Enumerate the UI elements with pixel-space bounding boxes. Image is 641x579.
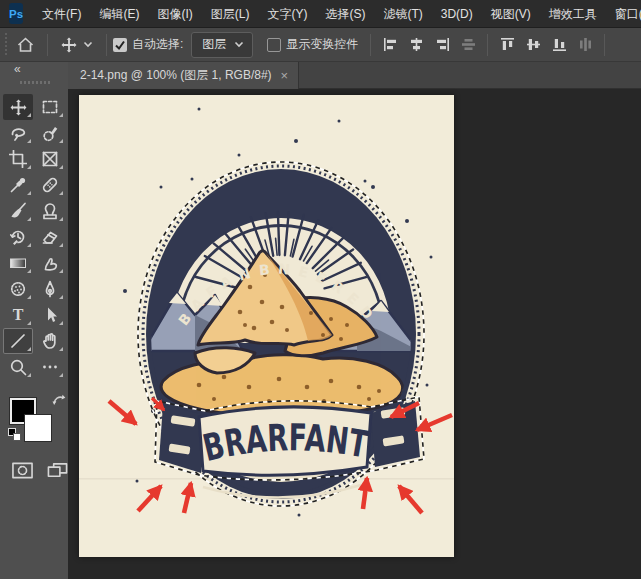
tool-eraser[interactable] [35, 224, 65, 250]
align-bottom-edges-button[interactable] [546, 33, 572, 57]
quick-mask-icon[interactable] [12, 462, 33, 479]
tool-eyedropper[interactable] [3, 172, 33, 198]
clone-stamp-icon [41, 202, 59, 220]
tool-preset-button[interactable] [54, 32, 100, 58]
show-transform-label: 显示变换控件 [286, 36, 358, 53]
show-transform-checkbox[interactable] [267, 38, 281, 52]
check-icon [113, 38, 127, 52]
menu-select[interactable]: 选择(S) [316, 0, 374, 28]
brush-icon [9, 202, 27, 220]
tool-rectangular-marquee[interactable] [35, 94, 65, 120]
menu-edit[interactable]: 编辑(E) [90, 0, 148, 28]
separator [370, 34, 371, 56]
move-icon [61, 37, 77, 53]
tool-gradient[interactable] [3, 250, 33, 276]
tool-frame[interactable] [35, 146, 65, 172]
auto-select-checkbox[interactable] [113, 38, 127, 52]
photoshop-window: Ps 文件(F) 编辑(E) 图像(I) 图层(L) 文字(Y) 选择(S) 滤… [0, 0, 641, 579]
menu-type[interactable]: 文字(Y) [258, 0, 316, 28]
default-colors-button[interactable] [8, 428, 21, 441]
tool-brush[interactable] [3, 198, 33, 224]
smudge-icon [41, 254, 59, 272]
tool-move[interactable] [3, 94, 33, 120]
tool-clone-stamp[interactable] [35, 198, 65, 224]
tool-sponge[interactable] [3, 276, 33, 302]
chevron-down-icon [234, 41, 244, 48]
background-color-swatch[interactable] [25, 415, 51, 441]
screen-mode-icon[interactable] [47, 462, 68, 479]
tool-crop[interactable] [3, 146, 33, 172]
align-bottom-icon [553, 38, 566, 51]
menu-window[interactable]: 窗口(W) [606, 0, 641, 28]
align-left-edges-button[interactable] [377, 33, 403, 57]
menu-layer[interactable]: 图层(L) [202, 0, 259, 28]
tool-path-selection[interactable] [35, 302, 65, 328]
ellipsis-icon [41, 358, 59, 376]
distribute-horizontally-button[interactable] [455, 33, 481, 57]
type-icon: T [13, 307, 24, 323]
crop-icon [9, 150, 27, 168]
menu-plugins[interactable]: 增效工具 [540, 0, 606, 28]
document-tab-label: 2-14.png @ 100% (图层 1, RGB/8#) [80, 67, 272, 84]
align-top-icon [501, 38, 514, 51]
distribute-vertically-button[interactable] [572, 33, 598, 57]
tool-history-brush[interactable] [3, 224, 33, 250]
home-button[interactable] [10, 32, 41, 58]
move-icon [10, 99, 27, 116]
align-top-edges-button[interactable] [494, 33, 520, 57]
close-tab-button[interactable]: × [281, 69, 289, 82]
tool-lasso[interactable] [3, 120, 33, 146]
menu-bar: Ps 文件(F) 编辑(E) 图像(I) 图层(L) 文字(Y) 选择(S) 滤… [0, 0, 641, 28]
lasso-icon [9, 124, 27, 142]
tool-quick-selection[interactable] [35, 120, 65, 146]
document-workspace: BAFANBNEERED [68, 89, 641, 579]
separator [487, 34, 488, 56]
align-vertical-centers-button[interactable] [520, 33, 546, 57]
pen-icon [41, 280, 59, 298]
tool-smudge[interactable] [35, 250, 65, 276]
hand-icon [41, 332, 59, 350]
tool-hand[interactable] [35, 328, 65, 354]
menu-image[interactable]: 图像(I) [148, 0, 201, 28]
swap-colors-icon[interactable] [52, 394, 67, 408]
document-tab-bar: « 2-14.png @ 100% (图层 1, RGB/8#) × [0, 62, 641, 89]
tool-pen[interactable] [35, 276, 65, 302]
document-tab[interactable]: 2-14.png @ 100% (图层 1, RGB/8#) × [68, 62, 299, 89]
auto-select-target-value: 图层 [202, 36, 226, 53]
tools-panel: T [0, 89, 68, 579]
canvas-document[interactable]: BAFANBNEERED [79, 95, 454, 557]
marquee-icon [41, 98, 59, 116]
align-horizontal-centers-button[interactable] [403, 33, 429, 57]
align-right-edges-button[interactable] [429, 33, 455, 57]
quick-selection-icon [41, 124, 59, 142]
distribute-v-icon [579, 38, 592, 51]
menu-view[interactable]: 视图(V) [482, 0, 540, 28]
home-icon [17, 37, 34, 53]
menu-filter[interactable]: 滤镜(T) [374, 0, 431, 28]
canvas-image: BAFANBNEERED [79, 95, 454, 557]
tool-spot-healing-brush[interactable] [35, 172, 65, 198]
gradient-icon [9, 254, 27, 272]
frame-icon [41, 150, 59, 168]
align-left-icon [384, 38, 397, 51]
toolbar-grip[interactable] [20, 81, 50, 84]
tool-zoom[interactable] [3, 354, 33, 380]
auto-select-target-dropdown[interactable]: 图层 [191, 32, 253, 58]
healing-brush-icon [41, 176, 59, 194]
tool-type[interactable]: T [3, 302, 33, 328]
tool-line[interactable] [3, 328, 33, 354]
tool-edit-toolbar[interactable] [35, 354, 65, 380]
history-brush-icon [9, 228, 27, 246]
separator [106, 34, 107, 56]
menu-3d[interactable]: 3D(D) [432, 0, 482, 28]
zoom-icon [9, 358, 27, 376]
distribute-h-icon [462, 38, 475, 51]
options-bar-grip[interactable] [3, 33, 10, 57]
options-bar: 自动选择: 图层 显示变换控件 [0, 28, 641, 62]
separator [47, 34, 48, 56]
photoshop-logo: Ps [9, 3, 23, 24]
color-swatches [8, 394, 68, 446]
menu-file[interactable]: 文件(F) [33, 0, 90, 28]
align-h-center-icon [410, 38, 423, 51]
collapse-panel-button[interactable]: « [14, 62, 21, 76]
